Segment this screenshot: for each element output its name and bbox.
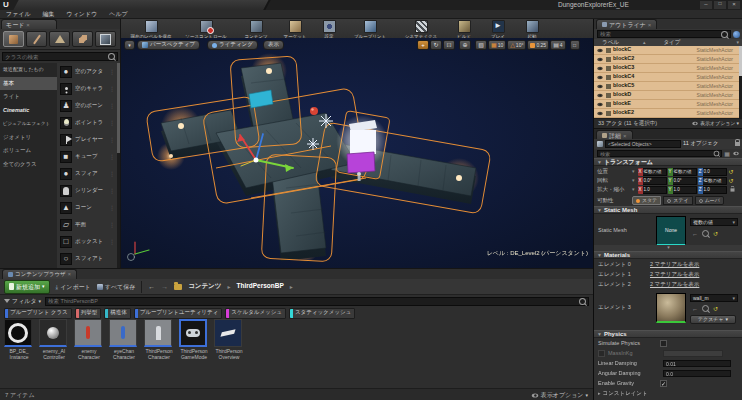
details-search-input[interactable] — [600, 151, 713, 157]
enable-gravity-checkbox[interactable]: ✓ — [660, 380, 667, 387]
textures-button[interactable]: テクスチャ ▾ — [690, 315, 736, 324]
outliner-search-input[interactable] — [600, 31, 721, 37]
asset-search-field[interactable] — [45, 297, 589, 306]
outliner-row[interactable]: blockC5StaticMeshActor — [594, 82, 739, 91]
outliner-row[interactable]: blockDStaticMeshActor — [594, 91, 739, 100]
menu-file[interactable]: ファイル — [6, 11, 31, 17]
mode-landscape-button[interactable] — [49, 31, 70, 47]
details-search-field[interactable] — [597, 150, 722, 157]
column-type[interactable]: タイプ — [663, 40, 680, 46]
breadcrumb-root[interactable]: コンテンツ — [188, 283, 221, 290]
play-button[interactable]: ► プレイ — [483, 20, 513, 39]
viewport-perspective-button[interactable]: パースペクティブ — [137, 40, 200, 50]
marketplace-button[interactable]: マーケット — [277, 20, 313, 39]
place-item-sphere-trigger[interactable]: ○ スフィアト — [57, 250, 117, 267]
asset-thirdperson-overview[interactable]: ThirdPerson Overview — [214, 319, 244, 383]
place-item-sphere[interactable]: ● スフィア ⋮ — [57, 165, 117, 182]
display-filter-eye-icon[interactable] — [733, 152, 739, 156]
place-item-plane[interactable]: ▱ 平面 ⋮ — [57, 216, 117, 233]
selected-objects-input[interactable] — [608, 141, 678, 147]
restore-button[interactable]: □ — [714, 1, 726, 9]
import-button[interactable]: ⤓ インポート — [56, 284, 91, 290]
visibility-eye-icon[interactable] — [597, 75, 603, 79]
material-thumbnail[interactable] — [656, 293, 686, 323]
modes-tab[interactable]: モード × — [1, 19, 57, 29]
visibility-eye-icon[interactable] — [597, 93, 603, 97]
selected-objects-field[interactable] — [605, 140, 681, 148]
tab-close-icon[interactable]: × — [68, 272, 71, 278]
grid-view-icon[interactable]: ▦ — [724, 151, 730, 157]
chip-skeletal-mesh[interactable]: スケルタルメッシュ — [225, 308, 286, 319]
outliner-row[interactable]: blockEStaticMeshActor — [594, 100, 739, 109]
save-all-button[interactable]: すべて保存 — [97, 284, 135, 290]
mass-override-checkbox[interactable] — [598, 350, 605, 357]
place-item-empty-pawn[interactable]: ♟ 空のポーン ⋮ — [57, 97, 117, 114]
outliner-search-field[interactable] — [597, 30, 731, 38]
history-forward-icon[interactable]: → — [161, 283, 168, 290]
scale-tool-button[interactable]: ⊡ — [443, 40, 455, 50]
scale-snap-button[interactable]: 0.25 — [527, 40, 549, 50]
viewport-show-button[interactable]: 表示 — [263, 40, 284, 50]
outliner-row[interactable]: blockCStaticMeshActor — [594, 46, 739, 55]
asset-search-input[interactable] — [48, 298, 579, 304]
transform-section-header[interactable]: ▼ トランスフォーム — [594, 158, 742, 166]
category-all-classes[interactable]: 全てのクラス — [0, 158, 57, 172]
mode-place-button[interactable] — [3, 31, 24, 47]
category-lights[interactable]: ライト — [0, 90, 57, 104]
category-cinematic[interactable]: Cinematic — [0, 104, 57, 118]
asset-eyechan-character[interactable]: eyeChan Character — [109, 319, 139, 383]
viewport-options-button[interactable]: ▾ — [124, 40, 135, 50]
breadcrumb-folder[interactable]: ThirdPersonBP — [236, 283, 283, 290]
chip-blueprint-utility[interactable]: ブループリントユーティリティ — [134, 308, 223, 319]
content-browser-tab[interactable]: コンテンツブラウザ × — [2, 269, 77, 279]
browse-icon[interactable] — [702, 305, 709, 312]
place-item-empty-character[interactable]: 空のキャラ ⋮ — [57, 80, 117, 97]
close-button[interactable]: × — [728, 1, 740, 9]
angular-damping-input[interactable] — [666, 371, 728, 377]
chip-blueprint-class[interactable]: ブループリント クラス — [4, 308, 72, 319]
mode-foliage-button[interactable] — [72, 31, 93, 47]
asset-thirdperson-gamemode[interactable]: ThirdPerson GameMode — [179, 319, 209, 383]
level-tab-shape[interactable] — [13, 0, 270, 10]
source-control-button[interactable]: ソースコントロール — [179, 20, 233, 39]
visibility-eye-icon[interactable] — [597, 102, 603, 106]
asset-enemy-character[interactable]: enemy Character — [74, 319, 104, 383]
use-selected-icon[interactable]: ← — [692, 306, 698, 312]
reset-icon[interactable]: ↺ — [729, 178, 734, 184]
chip-enum[interactable]: 列挙型 — [75, 308, 102, 319]
show-materials-link[interactable]: 2 マテリアルを表示 — [650, 272, 699, 278]
place-item-player-start[interactable]: プレイヤー ⋮ — [57, 131, 117, 148]
visibility-eye-icon[interactable] — [597, 57, 603, 61]
viewport[interactable]: ▾ パースペクティブ ライティング 表示 + ↻ ⊡ ⊕ ▧ ▦10 △10° … — [120, 38, 594, 268]
place-item-cylinder[interactable]: シリンダー ⋮ — [57, 182, 117, 199]
class-search-input[interactable] — [5, 54, 108, 60]
view-options-button[interactable]: 表示オプション ▾ — [531, 392, 588, 398]
blueprints-button[interactable]: ブループリント — [347, 20, 393, 39]
material-dropdown[interactable]: wall_m ▾ — [690, 294, 738, 302]
add-new-button[interactable]: 新規追加 ▾ — [4, 280, 50, 294]
camera-speed-button[interactable]: ▤4 — [550, 40, 565, 50]
tab-close-icon[interactable]: × — [623, 133, 627, 139]
outliner-row[interactable]: blockC2StaticMeshActor — [594, 55, 739, 64]
launch-button[interactable]: 起動 — [517, 20, 547, 39]
maximize-viewport-button[interactable]: □ — [570, 40, 580, 50]
static-mesh-section-header[interactable]: ▼ Static Mesh — [594, 206, 742, 214]
history-back-icon[interactable]: ← — [148, 283, 155, 290]
static-mesh-thumbnail[interactable]: None — [656, 216, 686, 246]
category-vfx[interactable]: ビジュアルエフェクト — [0, 118, 48, 129]
mobility-movable-button[interactable]: ムーバ — [695, 196, 724, 205]
mode-geometry-button[interactable] — [95, 31, 116, 47]
grid-snap-button[interactable]: ▦10 — [488, 40, 506, 50]
save-level-button[interactable]: 現在のレベルを保存 — [127, 20, 175, 39]
menu-help[interactable]: ヘルプ — [109, 11, 127, 17]
asset-thirdperson-character[interactable]: ThirdPerson Character — [144, 319, 174, 383]
linear-damping-input[interactable] — [666, 361, 728, 367]
surface-snap-button[interactable]: ▧ — [475, 40, 487, 50]
physics-section-header[interactable]: ▼ Physics — [594, 330, 742, 338]
uniform-scale-lock-icon[interactable] — [730, 188, 734, 191]
category-basic[interactable]: 基本 — [0, 77, 57, 91]
materials-section-header[interactable]: ▼ Materials — [594, 251, 742, 259]
outliner-row[interactable]: blockE2StaticMeshActor — [594, 109, 739, 118]
minimize-button[interactable]: – — [700, 1, 712, 9]
place-item-point-light[interactable]: ポイントラ ⋮ — [57, 114, 117, 131]
